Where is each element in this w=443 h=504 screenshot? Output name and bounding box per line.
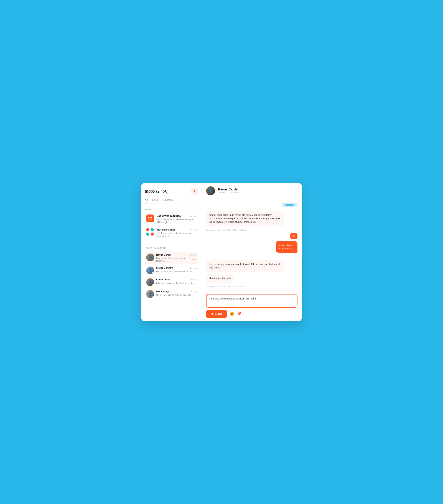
inbox-count: (2,456) bbox=[156, 189, 169, 194]
world-preview: I think you should put that component mo… bbox=[156, 232, 197, 238]
skylar-time: 2m ago bbox=[190, 267, 197, 269]
message-bubble-received-3: Remember that dude bbox=[206, 274, 234, 283]
skylar-name: Skylar Dorwart bbox=[156, 267, 173, 269]
rayna-avatar: 👤 bbox=[146, 253, 154, 261]
cal-cell bbox=[148, 219, 149, 219]
chat-input-area: ✈ SEND 😊 bbox=[202, 291, 302, 321]
calendar-icon bbox=[146, 215, 154, 222]
rayna-time: 2m ago bbox=[190, 254, 197, 256]
paperclip-icon bbox=[237, 311, 241, 315]
kierra-name-row: Kierra Curtis 2m ago bbox=[156, 278, 197, 281]
message-item-skylar[interactable]: 👤 Skylar Dorwart 2m ago Hei, dont forget… bbox=[145, 265, 198, 276]
chat-contact-avatar: 👤 bbox=[206, 186, 215, 195]
rayna-preview-row: I remember that project due is tomorrow.… bbox=[156, 257, 197, 263]
team-item-worlddesigner[interactable]: World Designer 12m ago I think you shoul… bbox=[145, 226, 198, 240]
world-name-row: World Designer 12m ago bbox=[156, 228, 197, 231]
message-item-rayna[interactable]: 👤 Rayna Carder 2m ago I remember that pr… bbox=[145, 252, 198, 265]
world-designer-avatar bbox=[146, 228, 154, 236]
tab-updates[interactable]: Updates bbox=[163, 198, 173, 203]
kierra-name: Kierra Curtis bbox=[156, 278, 170, 281]
chat-input-box bbox=[206, 294, 297, 308]
bella-avatar-wrap: 👤 bbox=[146, 290, 154, 298]
bella-name: Bella Siregar bbox=[156, 290, 171, 293]
cal-cell bbox=[151, 217, 152, 218]
send-label: SEND bbox=[215, 312, 222, 315]
cal-cell bbox=[151, 219, 152, 219]
tab-all[interactable]: All bbox=[145, 198, 148, 203]
team-codebytes-time: 2m ago bbox=[190, 215, 197, 217]
emoji-button[interactable]: 😊 bbox=[230, 312, 234, 316]
chat-actions: ✈ SEND 😊 bbox=[206, 310, 297, 318]
world-name: World Designer bbox=[156, 228, 175, 231]
bella-person-icon: 👤 bbox=[148, 292, 153, 296]
team-codebytes-info: Codebytes Sutudios 2m ago Guys, remember… bbox=[156, 215, 197, 224]
kierra-time: 2m ago bbox=[190, 279, 197, 281]
kierra-online-dot bbox=[152, 284, 154, 286]
bella-online-dot bbox=[152, 296, 154, 298]
skylar-online-dot bbox=[152, 272, 154, 274]
message-item-bella[interactable]: 👤 Bella Siregar 2m ago Ok sir. I will fi… bbox=[145, 288, 198, 300]
kierra-preview: I dont'k know where that files saved dud… bbox=[156, 282, 196, 285]
inbox-title: Inbox (2,456) bbox=[145, 189, 169, 194]
bella-name-row: Bella Siregar 2m ago bbox=[156, 290, 197, 293]
sidebar: Inbox (2,456) + All Social Updates TEAM bbox=[141, 183, 202, 321]
recent-section-header: RECENT MESSAGE ··· bbox=[145, 246, 198, 250]
kierra-person-icon: 👤 bbox=[148, 280, 153, 285]
message-timestamp-1: Wednesday, December 23th, 2020 at 4.30 A… bbox=[206, 229, 297, 231]
rayna-info: Rayna Carder 2m ago I remember that proj… bbox=[156, 253, 197, 263]
chat-avatar-icon: 👤 bbox=[208, 188, 214, 194]
chat-area: 👤 Rayna Carder Last online at 04:45 AM Y… bbox=[202, 183, 302, 321]
bella-info: Bella Siregar 2m ago Ok sir. I will fix … bbox=[156, 290, 197, 297]
message-input[interactable] bbox=[209, 297, 294, 304]
chat-messages: Yesterday Sed ut perspiciatis unde omnis… bbox=[202, 199, 302, 291]
send-button[interactable]: ✈ SEND bbox=[206, 310, 227, 318]
chat-header: 👤 Rayna Carder Last online at 04:45 AM bbox=[202, 183, 302, 199]
team-world-info: World Designer 12m ago I think you shoul… bbox=[156, 228, 197, 238]
more-options-icon[interactable]: ··· bbox=[194, 246, 198, 250]
dot-orange-2 bbox=[151, 233, 154, 236]
team-item-codebytes[interactable]: Codebytes Sutudios 2m ago Guys, remember… bbox=[145, 213, 198, 226]
bella-time: 2m ago bbox=[190, 290, 197, 292]
rayna-person-icon: 👤 bbox=[148, 255, 153, 260]
skylar-avatar-wrap: 👤 bbox=[146, 267, 154, 274]
bella-preview: Ok sir. I will fix it as soon as possibl… bbox=[156, 294, 191, 296]
dot-blue-2 bbox=[146, 233, 150, 236]
cal-cell bbox=[150, 217, 151, 218]
kierra-avatar-wrap: 👤 bbox=[146, 278, 154, 286]
skylar-person-icon: 👤 bbox=[148, 268, 153, 273]
date-badge-wrap: Yesterday bbox=[206, 203, 297, 209]
tab-social[interactable]: Social bbox=[152, 198, 159, 203]
sidebar-header: Inbox (2,456) + bbox=[145, 188, 198, 195]
skylar-name-row: Skylar Dorwart 2m ago bbox=[156, 267, 197, 269]
message-bubble-sent-1: nisi ut aliqui...Quis autem r... bbox=[276, 241, 297, 253]
rayna-preview: I remember that project due is tomorrow. bbox=[156, 257, 193, 263]
team-codebytes-name: Codebytes Sutudios bbox=[156, 215, 181, 217]
attach-button[interactable] bbox=[237, 311, 241, 316]
chat-contact-status: Last online at 04:45 AM bbox=[218, 191, 240, 194]
team-codebytes-preview: Guys, remember for weekly meeting at 8PM… bbox=[156, 218, 197, 224]
double-check-icon: ✓✓ bbox=[193, 258, 197, 261]
section-divider bbox=[145, 243, 198, 243]
inbox-label: Inbox bbox=[145, 189, 155, 194]
add-button[interactable]: + bbox=[191, 188, 198, 195]
dot-blue-1 bbox=[151, 228, 154, 232]
message-timestamp-sent-1: W bbox=[296, 256, 297, 258]
message-timestamp-received-3: Wednesday, December 23th, 2020 at 4.30 A… bbox=[206, 285, 297, 288]
cal-cell bbox=[150, 219, 151, 219]
skylar-info: Skylar Dorwart 2m ago Hei, dont forget t… bbox=[156, 267, 197, 273]
chat-user-info: Rayna Carder Last online at 04:45 AM bbox=[218, 188, 240, 194]
send-icon: ✈ bbox=[211, 312, 213, 316]
recent-label: RECENT MESSAGE bbox=[145, 247, 166, 249]
dot-orange-1 bbox=[146, 228, 150, 232]
world-time: 12m ago bbox=[189, 229, 197, 231]
team-name-row: Codebytes Sutudios 2m ago bbox=[156, 215, 197, 217]
app-container: Inbox (2,456) + All Social Updates TEAM bbox=[141, 183, 302, 321]
message-bubble-received-1: Sed ut perspiciatis unde omnis iste natu… bbox=[206, 211, 284, 226]
cal-cell bbox=[148, 217, 149, 218]
message-item-kierra[interactable]: 👤 Kierra Curtis 2m ago I dont'k know whe… bbox=[145, 276, 198, 288]
chat-contact-name: Rayna Carder bbox=[218, 188, 240, 191]
message-sent-partial-1: se bbox=[290, 233, 297, 239]
rayna-name: Rayna Carder bbox=[156, 253, 171, 256]
tabs-bar: All Social Updates bbox=[145, 198, 198, 203]
date-badge: Yesterday bbox=[282, 203, 297, 207]
